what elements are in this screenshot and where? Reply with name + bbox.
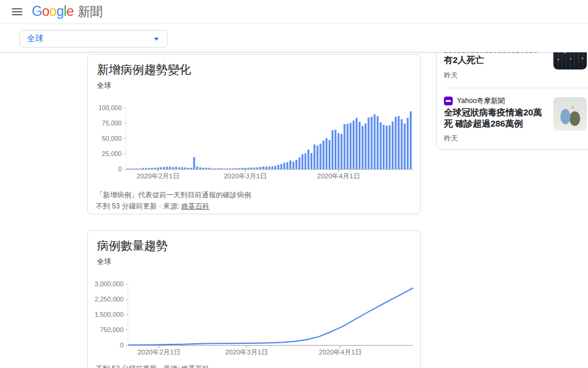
new-cases-card-subtitle: 全球 bbox=[97, 81, 111, 91]
region-select-value: 全球 bbox=[27, 34, 154, 44]
total-cases-card-title: 病例數量趨勢 bbox=[97, 238, 168, 254]
total-cases-card-subtitle: 全球 bbox=[97, 257, 111, 267]
divider bbox=[444, 88, 588, 88]
total-cases-updated-line: 不到 53 分鐘前更新 · 來源: 維基百科 bbox=[96, 364, 209, 368]
svg-text:25,000: 25,000 bbox=[102, 150, 122, 157]
svg-text:2020年4月1日: 2020年4月1日 bbox=[317, 173, 360, 180]
new-cases-note: 「新增病例」代表從前一天到目前通報的確診病例 bbox=[96, 190, 251, 200]
source-link[interactable]: 維基百科 bbox=[181, 202, 209, 210]
new-cases-updated-line: 不到 53 分鐘前更新 · 來源: 維基百科 bbox=[96, 201, 209, 211]
svg-text:2020年2月1日: 2020年2月1日 bbox=[138, 349, 181, 356]
google-logo: Google bbox=[32, 4, 74, 19]
top-app-bar: Google 新聞 bbox=[0, 0, 588, 24]
updated-text: 不到 53 分鐘前更新 · 來源: bbox=[96, 364, 181, 368]
news-time: 昨天 bbox=[444, 134, 458, 144]
news-source-row: Yahoo奇摩新聞 bbox=[444, 96, 505, 106]
new-cases-card-title: 新增病例趨勢變化 bbox=[97, 62, 191, 78]
svg-text:1,500,000: 1,500,000 bbox=[95, 311, 123, 318]
region-select[interactable]: 全球 bbox=[19, 30, 168, 48]
svg-text:75,000: 75,000 bbox=[102, 120, 122, 127]
svg-text:0: 0 bbox=[118, 165, 122, 173]
svg-text:2020年4月1日: 2020年4月1日 bbox=[319, 349, 362, 356]
news-time: 昨天 bbox=[444, 71, 458, 81]
svg-text:100,000: 100,000 bbox=[98, 104, 122, 111]
total-cases-line-chart: 0750,0001,500,0002,250,0003,000,0002020年… bbox=[93, 277, 414, 359]
new-cases-bar-chart: 025,00050,00075,000100,0002020年2月1日2020年… bbox=[93, 104, 414, 180]
new-cases-card: 新增病例趨勢變化 全球 025,00050,00075,000100,00020… bbox=[87, 54, 421, 214]
news-headline[interactable]: 有2人死亡 bbox=[444, 54, 550, 65]
total-cases-card: 病例數量趨勢 全球 0750,0001,500,0002,250,0003,00… bbox=[87, 230, 421, 368]
svg-text:50,000: 50,000 bbox=[102, 135, 122, 142]
news-thumbnail-hospital[interactable] bbox=[553, 97, 587, 131]
svg-text:2020年2月1日: 2020年2月1日 bbox=[136, 173, 179, 180]
svg-text:2020年3月1日: 2020年3月1日 bbox=[225, 349, 268, 356]
yahoo-news-icon bbox=[444, 97, 453, 105]
google-news-logo[interactable]: Google 新聞 bbox=[32, 4, 102, 20]
filter-bar: 全球 bbox=[0, 24, 588, 52]
news-source[interactable]: Yahoo奇摩新聞 bbox=[457, 96, 505, 106]
svg-text:750,000: 750,000 bbox=[100, 326, 123, 333]
svg-text:2,250,000: 2,250,000 bbox=[95, 296, 123, 303]
product-name-label: 新聞 bbox=[78, 4, 102, 20]
svg-text:2020年3月1日: 2020年3月1日 bbox=[224, 173, 267, 180]
caret-down-icon bbox=[154, 38, 159, 41]
svg-text:3,000,000: 3,000,000 bbox=[95, 280, 123, 287]
svg-text:0: 0 bbox=[120, 342, 123, 349]
source-link[interactable]: 維基百科 bbox=[181, 364, 209, 368]
hamburger-menu-icon[interactable] bbox=[6, 0, 28, 24]
news-headline[interactable]: 全球冠狀病毒疫情逾20萬死 確診超過286萬例 bbox=[444, 107, 549, 129]
updated-text: 不到 53 分鐘前更新 · 來源: bbox=[96, 202, 181, 210]
